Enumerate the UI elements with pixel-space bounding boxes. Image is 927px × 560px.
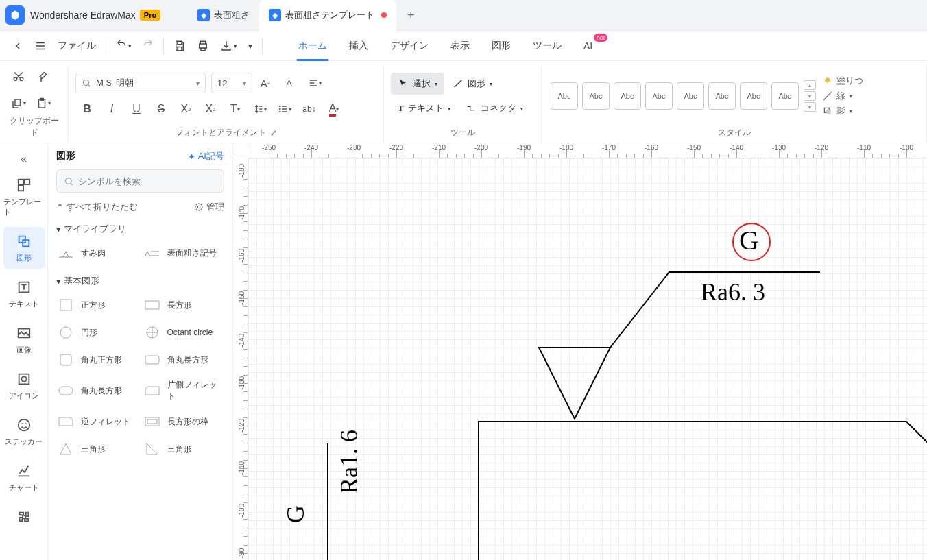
shape-tool[interactable]: 図形▾ [446,73,499,95]
more-button[interactable]: ▾ [243,37,258,55]
shape-item[interactable]: 長方形 [143,294,225,316]
cut-button[interactable] [7,66,30,89]
paste-button[interactable]: ▾ [32,92,55,115]
symbol-search-input[interactable] [78,176,217,186]
text-direction-button[interactable]: T▾ [224,97,247,121]
svg-point-1 [279,106,281,108]
expand-icon[interactable]: ⤢ [270,128,277,138]
app-name: Wondershare EdrawMax [30,10,136,21]
shape-item[interactable]: 正方形 [56,294,139,316]
redo-button[interactable] [137,36,159,56]
shadow-button[interactable]: 影▾ [823,105,863,117]
nav-more[interactable] [3,502,45,531]
shape-item[interactable]: 角丸正方形 [56,349,139,371]
tab-ai[interactable]: AIhot [573,31,603,61]
tab-insert[interactable]: 挿入 [338,31,379,61]
style-preset[interactable]: Abc [582,82,610,110]
font-color-button[interactable]: A▾ [322,97,346,121]
back-button[interactable] [7,36,29,56]
canvas[interactable]: -250-240-230-220-210-200-190-180-170-160… [233,143,927,560]
connector-tool[interactable]: コネクタ▾ [459,97,530,119]
select-tool[interactable]: 選択▾ [391,73,444,95]
shape-item[interactable]: Octant circle [143,321,225,343]
section-my-library[interactable]: ▾ マイライブラリ [56,223,224,235]
nav-template[interactable]: テンプレート [3,171,45,223]
shape-item[interactable]: 片側フィレット [143,376,225,405]
style-preset[interactable]: Abc [708,82,736,110]
style-preset[interactable]: Abc [677,82,704,110]
nav-text[interactable]: テキスト [3,273,45,315]
superscript-button[interactable]: X2 [174,97,197,121]
puzzle-icon [15,508,33,526]
shape-item[interactable]: 角丸長方形 [56,376,139,405]
copy-button[interactable]: ▾ [7,92,30,115]
line-spacing-button[interactable]: ▾ [248,97,272,121]
bullets-button[interactable]: ▾ [273,97,296,121]
style-preset[interactable]: Abc [551,82,578,110]
font-size-select[interactable]: 12▾ [211,73,252,93]
format-painter-button[interactable] [32,66,55,89]
symbol-search[interactable] [56,169,224,193]
svg-point-0 [83,80,88,85]
text-tool[interactable]: Tテキスト▾ [391,97,457,119]
shape-item[interactable]: すみ肉 [56,242,139,264]
shape-item[interactable]: 逆フィレット [56,411,139,433]
new-tab-button[interactable]: + [402,6,420,24]
style-gallery[interactable]: Abc Abc Abc Abc Abc Abc Abc Abc ▴ ▾ ▾ [549,80,816,112]
tab-view[interactable]: 表示 [440,31,481,61]
shape-item[interactable]: 長方形の枠 [143,411,225,433]
ruler-horizontal: -250-240-230-220-210-200-190-180-170-160… [248,143,927,158]
section-basic-shapes[interactable]: ▾ 基本図形 [56,275,224,287]
subscript-button[interactable]: X2 [199,97,222,121]
svg-rect-16 [145,356,159,364]
nav-sticker[interactable]: ステッカー [3,411,45,452]
nav-icon[interactable]: アイコン [3,365,45,406]
shape-item[interactable]: 三角形 [143,438,225,460]
style-up-button[interactable]: ▴ [804,80,816,90]
nav-image[interactable]: 画像 [3,319,45,361]
style-preset[interactable]: Abc [771,82,799,110]
save-button[interactable] [168,36,191,56]
tab-tool[interactable]: ツール [522,31,573,61]
strike-button[interactable]: S [149,97,173,121]
tab-shape[interactable]: 図形 [481,31,522,61]
export-button[interactable]: ▾ [215,36,243,56]
file-menu[interactable]: ファイル [52,36,101,56]
shape-item[interactable]: 角丸長方形 [143,349,225,371]
tab-home[interactable]: ホーム [287,31,338,61]
nav-shapes[interactable]: 図形 [3,227,45,269]
undo-button[interactable]: ▾ [110,36,137,56]
line-button[interactable]: 線▾ [823,90,863,102]
document-tab[interactable]: ◆ 表面粗さ [188,0,259,31]
print-button[interactable] [191,36,215,56]
collapse-nav-button[interactable]: « [0,147,47,171]
menu-bar: ファイル ▾ ▾ ▾ ホーム 挿入 デザイン 表示 図形 ツール AIhot [0,31,927,61]
shape-item[interactable]: 円形 [56,321,139,343]
textcase-button[interactable]: ab↕ [298,97,321,121]
fill-button[interactable]: 塗りつ [823,75,863,87]
font-increase-button[interactable]: A+ [254,71,277,95]
style-expand-button[interactable]: ▾ [804,102,816,112]
tools-label: ツール [391,127,534,143]
italic-button[interactable]: I [100,97,123,121]
hamburger-icon[interactable] [29,36,52,56]
style-preset[interactable]: Abc [645,82,673,110]
shape-item[interactable]: 三角形 [56,438,139,460]
document-tab-active[interactable]: ◆ 表面粗さテンプレート [259,0,396,31]
tab-design[interactable]: デザイン [379,31,440,61]
style-down-button[interactable]: ▾ [804,91,816,101]
clipboard-label: クリップボード [7,115,61,143]
font-decrease-button[interactable]: A- [278,71,302,95]
align-button[interactable]: ▾ [303,71,326,95]
app-logo-icon [5,5,25,25]
style-preset[interactable]: Abc [614,82,641,110]
style-preset[interactable]: Abc [740,82,767,110]
collapse-all-button[interactable]: ⌃ すべて折りたたむ [56,201,138,213]
font-name-select[interactable]: ＭＳ 明朝▾ [75,73,206,93]
manage-button[interactable]: 管理 [194,201,224,213]
underline-button[interactable]: U [125,97,148,121]
ai-symbols-link[interactable]: ✦ AI記号 [188,150,224,162]
shape-item[interactable]: 表面粗さ記号 [143,242,225,264]
nav-chart[interactable]: チャート [3,456,45,498]
bold-button[interactable]: B [75,97,99,121]
